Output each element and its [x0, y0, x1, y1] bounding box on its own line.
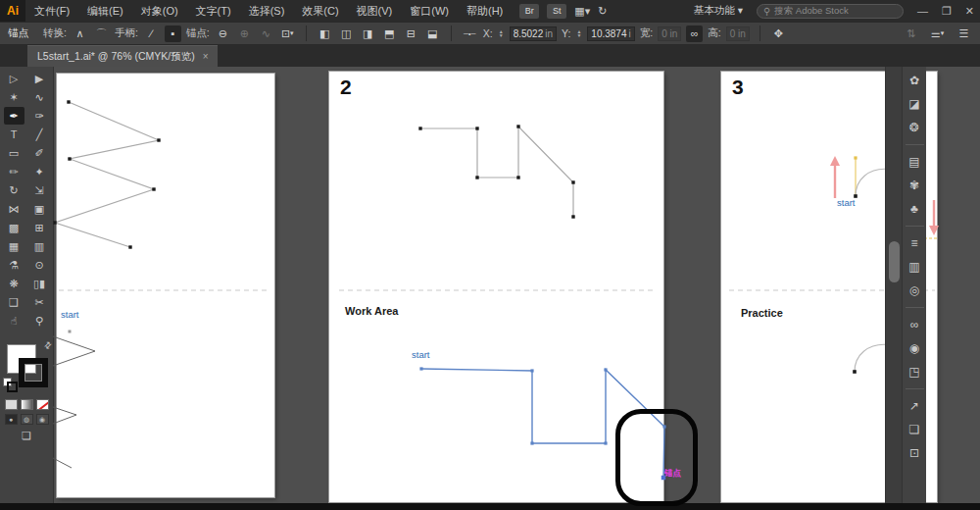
restore-button[interactable]: ❐ — [942, 5, 952, 18]
menu-select[interactable]: 选择(S) — [240, 0, 294, 22]
shape-builder-tool[interactable]: ▩ — [4, 219, 24, 236]
canvas[interactable]: start 2 Work Area start — [54, 67, 939, 503]
magic-wand-tool[interactable]: ✶ — [4, 88, 24, 106]
menu-type[interactable]: 文字(T) — [187, 0, 240, 22]
stroke-swatch[interactable] — [19, 358, 48, 387]
menu-window[interactable]: 窗口(W) — [401, 0, 458, 22]
vertical-scrollbar[interactable] — [885, 67, 902, 503]
none-button[interactable] — [36, 399, 49, 410]
hide-handles-icon[interactable]: ▪ — [165, 26, 181, 42]
sync-icon[interactable]: ↻ — [598, 5, 607, 18]
align-h-left-icon[interactable]: ◧ — [317, 26, 333, 42]
vertical-scrollbar-thumb[interactable] — [889, 241, 900, 282]
brushes-icon[interactable]: ✾ — [905, 176, 925, 195]
panel-menu-icon[interactable]: ☰ — [956, 26, 972, 42]
artboard-2[interactable]: 2 Work Area start — [329, 72, 663, 502]
link-dimensions-icon[interactable]: ∞ — [686, 26, 703, 42]
rectangle-tool[interactable]: ▭ — [4, 144, 24, 162]
menu-object[interactable]: 对象(O) — [132, 0, 187, 22]
slice-tool[interactable]: ✂ — [29, 293, 50, 311]
menu-edit[interactable]: 编辑(E) — [78, 0, 132, 22]
artboard-tool[interactable]: ❑ — [4, 293, 24, 311]
document-setup-icon[interactable]: ⚌▾ — [929, 26, 946, 42]
links-icon[interactable]: ∞ — [905, 315, 925, 334]
asset-export-icon[interactable]: ↗ — [905, 396, 925, 416]
x-stepper[interactable]: ▲▼ — [499, 29, 504, 37]
blend-tool[interactable]: ⊙ — [29, 256, 50, 274]
line-segment-tool[interactable]: ╱ — [29, 126, 50, 143]
shaper-tool[interactable]: ✦ — [29, 163, 50, 180]
align-h-center-icon[interactable]: ◫ — [338, 26, 355, 42]
artboard-number: 2 — [340, 76, 352, 99]
paintbrush-tool[interactable]: ✐ — [29, 144, 50, 162]
artboards-icon[interactable]: ⊡ — [905, 443, 925, 463]
y-field[interactable]: 10.3874i — [587, 26, 634, 41]
free-transform-tool[interactable]: ▣ — [29, 200, 50, 218]
pencil-tool[interactable]: ✏ — [4, 163, 24, 180]
show-handles-icon[interactable]: ∕ — [143, 26, 160, 42]
search-input[interactable]: ⚲ 搜索 Adobe Stock — [757, 4, 904, 19]
hand-tool[interactable]: ☝ — [4, 312, 24, 330]
draw-normal-mode[interactable]: ● — [5, 414, 18, 425]
gradient-tool[interactable]: ▥ — [29, 237, 50, 255]
menu-file[interactable]: 文件(F) — [25, 0, 78, 22]
appearance-icon[interactable]: ◉ — [905, 338, 925, 358]
swap-fill-stroke-icon[interactable]: ⇄ — [42, 339, 54, 351]
remove-anchor-icon[interactable]: ⊖ — [215, 26, 231, 42]
layers-icon[interactable]: ❏ — [905, 420, 925, 439]
x-field[interactable]: 8.5022in — [510, 26, 557, 41]
menu-effect[interactable]: 效果(C) — [293, 0, 347, 22]
symbols-icon[interactable]: ♣ — [905, 199, 925, 219]
color-panel-icon[interactable]: ✿ — [905, 71, 925, 90]
align-v-bottom-icon[interactable]: ⬓ — [424, 26, 441, 42]
default-fill-stroke-icon[interactable] — [3, 378, 12, 386]
gradient-button[interactable] — [21, 399, 33, 410]
mesh-tool[interactable]: ▦ — [4, 237, 24, 255]
align-h-right-icon[interactable]: ◨ — [360, 26, 376, 42]
artboard-1[interactable]: start — [57, 74, 274, 497]
color-guide-icon[interactable]: ◪ — [905, 94, 925, 114]
stock-button[interactable]: St — [547, 4, 566, 19]
workspace-switcher[interactable]: 基本功能 ▾ — [694, 4, 743, 18]
horizontal-scrollbar[interactable] — [0, 503, 980, 510]
width-tool[interactable]: ⋈ — [4, 200, 24, 218]
color-button[interactable] — [5, 399, 18, 410]
perspective-grid-tool[interactable]: ⊞ — [29, 219, 50, 236]
y-stepper[interactable]: ▲▼ — [576, 29, 581, 37]
css-properties-icon[interactable]: ▤ — [905, 152, 925, 172]
draw-inside-mode[interactable]: ◉ — [36, 414, 49, 425]
convert-corner-icon[interactable]: ∧ — [72, 26, 88, 42]
draw-behind-mode[interactable]: ◍ — [21, 414, 33, 425]
gradient-panel-icon[interactable]: ▥ — [905, 257, 925, 277]
scale-tool[interactable]: ⇲ — [29, 181, 50, 199]
direct-selection-tool[interactable]: ▷ — [4, 70, 24, 87]
tab-close-icon[interactable]: × — [203, 51, 209, 62]
menu-help[interactable]: 帮助(H) — [458, 0, 512, 22]
menu-view[interactable]: 视图(V) — [348, 0, 402, 22]
column-graph-tool[interactable]: ▯▮ — [29, 275, 50, 292]
transparency-icon[interactable]: ◎ — [905, 280, 925, 300]
isolate-icon[interactable]: ⊡▾ — [279, 26, 296, 42]
lasso-tool[interactable]: ∿ — [29, 88, 50, 106]
curvature-tool[interactable]: ✑ — [29, 107, 50, 125]
close-button[interactable]: ✕ — [965, 5, 974, 18]
align-v-middle-icon[interactable]: ⊟ — [403, 26, 419, 42]
selection-tool[interactable]: ▶ — [29, 70, 50, 87]
screen-mode-button[interactable]: ❏ — [18, 430, 35, 442]
document-tab[interactable]: L5start_1.ai* @ 76% (CMYK/预览) × — [27, 45, 218, 67]
symbol-sprayer-tool[interactable]: ❋ — [4, 275, 24, 292]
pen-tool[interactable]: ✒ — [4, 107, 24, 125]
transform-icon[interactable]: ✥ — [770, 26, 787, 42]
rotate-tool[interactable]: ↻ — [4, 181, 24, 199]
stroke-panel-icon[interactable]: ≡ — [905, 233, 925, 253]
bridge-button[interactable]: Br — [519, 4, 539, 19]
apps-icon[interactable]: ▦▾ — [574, 5, 590, 18]
color-themes-icon[interactable]: ❂ — [905, 118, 925, 137]
minimize-button[interactable]: — — [917, 5, 928, 18]
align-v-top-icon[interactable]: ⬒ — [381, 26, 398, 42]
eyedropper-tool[interactable]: ⚗ — [4, 256, 24, 274]
zoom-tool[interactable]: ⚲ — [29, 312, 50, 330]
graphic-styles-icon[interactable]: ◳ — [905, 362, 925, 382]
convert-smooth-icon[interactable]: ⌒ — [93, 26, 110, 42]
type-tool[interactable]: T — [4, 126, 24, 143]
